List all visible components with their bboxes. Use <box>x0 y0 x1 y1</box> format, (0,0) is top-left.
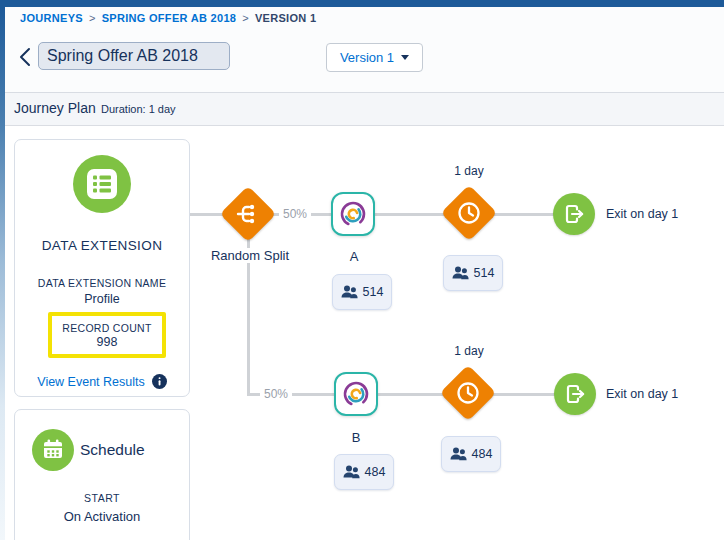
breadcrumb-version-current: VERSION 1 <box>255 12 316 24</box>
wait-b-count-value: 484 <box>472 447 493 461</box>
view-event-results-link[interactable]: View Event Results <box>37 375 144 389</box>
breadcrumb-journeys-link[interactable]: JOURNEYS <box>20 12 83 24</box>
path-a-activity-icon <box>336 197 370 231</box>
journey-canvas: 50% 50% DATA EXTENSION DATA EXTENSION NA… <box>5 126 724 540</box>
path-b-activity-node[interactable] <box>334 372 378 416</box>
wait-a-count-value: 514 <box>474 266 495 280</box>
breadcrumb-separator: > <box>89 12 96 24</box>
split-percentage-a: 50% <box>279 206 311 222</box>
info-icon[interactable] <box>152 374 167 389</box>
path-a-activity-node[interactable] <box>331 192 375 236</box>
journey-title-input[interactable] <box>38 42 230 70</box>
top-pattern-band <box>0 0 724 7</box>
entry-card-title: DATA EXTENSION <box>15 238 189 253</box>
wait-b-count-badge: 484 <box>441 436 501 472</box>
random-split-icon <box>235 201 261 227</box>
schedule-card-title: Schedule <box>80 441 145 459</box>
exit-b-node[interactable] <box>554 373 596 415</box>
exit-arrow-icon <box>561 201 587 227</box>
data-extension-icon <box>73 155 131 217</box>
random-split-node[interactable] <box>220 186 277 243</box>
connector-split-down <box>247 214 250 394</box>
connector-branch-b <box>247 393 582 396</box>
path-b-activity-icon <box>339 377 373 411</box>
journey-plan-title: Journey Plan <box>14 100 96 116</box>
people-icon <box>343 465 360 479</box>
wait-a-count-badge: 514 <box>443 255 503 291</box>
chevron-left-icon <box>18 47 32 67</box>
journey-builder-screen: JOURNEYS > SPRING OFFER AB 2018 > VERSIO… <box>0 0 724 540</box>
path-a-count-value: 514 <box>363 285 384 299</box>
split-percentage-b: 50% <box>260 386 292 402</box>
data-extension-card[interactable]: DATA EXTENSION DATA EXTENSION NAME Profi… <box>14 139 190 397</box>
path-a-label: A <box>347 249 362 264</box>
back-button[interactable] <box>18 47 36 69</box>
breadcrumb-separator: > <box>242 12 249 24</box>
clock-icon <box>455 199 483 227</box>
exit-a-label: Exit on day 1 <box>606 207 678 221</box>
wait-b-node[interactable] <box>440 365 497 422</box>
record-count-highlight: RECORD COUNT 998 <box>48 312 166 358</box>
wait-b-duration-label: 1 day <box>454 344 483 358</box>
breadcrumb-journey-name-link[interactable]: SPRING OFFER AB 2018 <box>102 12 237 24</box>
exit-arrow-icon <box>562 381 588 407</box>
data-extension-name-value: Profile <box>15 292 189 306</box>
clock-icon <box>454 379 482 407</box>
path-b-count-value: 484 <box>365 465 386 479</box>
journey-plan-duration: Duration: 1 day <box>101 103 176 115</box>
path-b-label: B <box>349 430 364 445</box>
caret-down-icon <box>401 55 409 60</box>
exit-a-node[interactable] <box>553 193 595 235</box>
schedule-start-value: On Activation <box>15 509 189 524</box>
version-dropdown-label: Version 1 <box>340 50 394 65</box>
version-dropdown[interactable]: Version 1 <box>326 43 423 72</box>
exit-b-label: Exit on day 1 <box>606 387 678 401</box>
journey-plan-bar: Journey Plan Duration: 1 day <box>5 93 724 126</box>
record-count-label: RECORD COUNT <box>62 322 151 334</box>
breadcrumb: JOURNEYS > SPRING OFFER AB 2018 > VERSIO… <box>20 12 316 24</box>
path-b-count-badge: 484 <box>334 454 394 490</box>
schedule-card[interactable]: Schedule START On Activation <box>14 409 190 540</box>
people-icon <box>341 285 358 299</box>
wait-a-duration-label: 1 day <box>454 164 483 178</box>
people-icon <box>452 266 469 280</box>
random-split-label: Random Split <box>208 248 292 263</box>
record-count-value: 998 <box>97 335 118 349</box>
data-extension-name-label: DATA EXTENSION NAME <box>15 277 189 289</box>
path-a-count-badge: 514 <box>332 274 392 310</box>
people-icon <box>450 447 467 461</box>
header-bar: JOURNEYS > SPRING OFFER AB 2018 > VERSIO… <box>5 7 724 93</box>
schedule-start-label: START <box>15 492 189 504</box>
calendar-icon <box>32 429 74 475</box>
wait-a-node[interactable] <box>441 185 498 242</box>
